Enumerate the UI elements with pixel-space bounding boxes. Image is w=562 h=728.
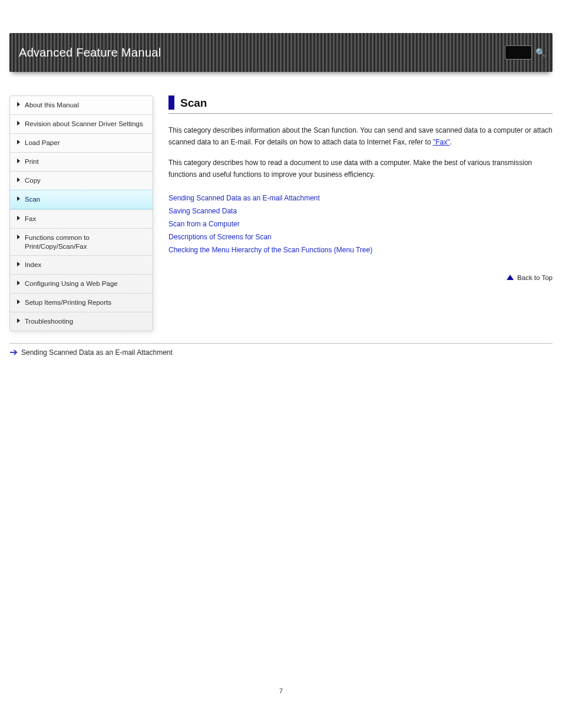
sidebar-item-label: Print	[25, 157, 147, 166]
sidebar-item-label: Fax	[25, 215, 147, 223]
search-icon[interactable]: 🔍	[535, 48, 546, 57]
main-content: Scan This category describes information…	[168, 95, 553, 281]
arrow-right-icon: ➔	[9, 347, 18, 357]
sidebar-item-label: Revision about Scanner Driver Settings	[25, 120, 147, 129]
sidebar: About this Manual Revision about Scanner…	[9, 95, 153, 331]
sidebar-item-troubleshooting[interactable]: Troubleshooting	[10, 312, 153, 331]
sidebar-item-load-paper[interactable]: Load Paper	[10, 133, 153, 152]
chevron-right-icon	[17, 102, 20, 107]
chevron-right-icon	[17, 196, 20, 201]
header-banner: Advanced Feature Manual 🔍	[9, 33, 553, 72]
sidebar-item-label: Setup Items/Printing Reports	[25, 298, 147, 307]
chevron-right-icon	[17, 262, 20, 266]
chevron-right-icon	[17, 299, 20, 304]
sidebar-item-copy[interactable]: Copy	[10, 171, 153, 190]
next-link-label: Sending Scanned Data as an E-mail Attach…	[21, 348, 173, 357]
sidebar-item-index[interactable]: Index	[10, 255, 153, 274]
chevron-right-icon	[17, 121, 20, 126]
sidebar-item-label: About this Manual	[25, 101, 147, 110]
sidebar-item-label: Load Paper	[25, 139, 147, 147]
back-to-top-link[interactable]: Back to Top	[168, 274, 553, 281]
sidebar-item-webpage[interactable]: Configuring Using a Web Page	[10, 274, 153, 293]
back-to-top-label: Back to Top	[517, 274, 553, 281]
chevron-right-icon	[17, 177, 20, 182]
section-divider	[168, 113, 553, 114]
content-row: About this Manual Revision about Scanner…	[9, 95, 553, 331]
sidebar-item-scan[interactable]: Scan	[10, 190, 153, 209]
chevron-right-icon	[17, 281, 20, 285]
footer-nav: ➔ Sending Scanned Data as an E-mail Atta…	[9, 343, 553, 357]
sidebar-item-label: Configuring Using a Web Page	[25, 279, 147, 288]
intro-text-pre: This category describes information abou…	[168, 126, 553, 146]
intro-paragraph: This category describes information abou…	[168, 124, 553, 149]
sidebar-item-label: Index	[25, 261, 147, 269]
topic-link[interactable]: Saving Scanned Data	[168, 205, 553, 218]
section-title: Scan	[180, 95, 207, 110]
arrow-up-icon	[507, 275, 514, 280]
page-number: 7	[9, 687, 553, 694]
sidebar-item-common[interactable]: Functions common to Print/Copy/Scan/Fax	[10, 228, 153, 256]
section-title-row: Scan	[168, 95, 553, 110]
sidebar-item-label: Copy	[25, 176, 147, 185]
search-input[interactable]	[505, 45, 532, 60]
sidebar-item-fax[interactable]: Fax	[10, 209, 153, 228]
sidebar-item-about[interactable]: About this Manual	[10, 96, 153, 114]
sidebar-item-label: Troubleshooting	[25, 317, 147, 326]
sidebar-item-label: Scan	[25, 195, 147, 204]
intro-text-post: .	[449, 138, 451, 146]
topic-link[interactable]: Descriptions of Screens for Scan	[168, 230, 553, 243]
chevron-right-icon	[17, 159, 20, 163]
topic-link[interactable]: Sending Scanned Data as an E-mail Attach…	[168, 192, 553, 205]
next-link[interactable]: ➔ Sending Scanned Data as an E-mail Atta…	[9, 347, 173, 357]
topic-link[interactable]: Checking the Menu Hierarchy of the Scan …	[168, 243, 553, 256]
chevron-right-icon	[17, 140, 20, 144]
chevron-right-icon	[17, 216, 20, 220]
topic-links: Sending Scanned Data as an E-mail Attach…	[168, 192, 553, 256]
topic-link[interactable]: Scan from a Computer	[168, 218, 553, 230]
section-title-bar-icon	[168, 95, 174, 110]
sidebar-item-revision[interactable]: Revision about Scanner Driver Settings	[10, 114, 153, 133]
sidebar-item-print[interactable]: Print	[10, 152, 153, 171]
chevron-right-icon	[17, 318, 20, 323]
manual-title: Advanced Feature Manual	[19, 46, 161, 60]
search-group: 🔍	[505, 45, 546, 60]
sidebar-item-setup[interactable]: Setup Items/Printing Reports	[10, 293, 153, 312]
fax-link[interactable]: "Fax"	[433, 138, 450, 146]
needs-paragraph: This category describes how to read a do…	[168, 157, 553, 181]
chevron-right-icon	[17, 235, 20, 239]
sidebar-item-label: Functions common to Print/Copy/Scan/Fax	[25, 233, 147, 251]
